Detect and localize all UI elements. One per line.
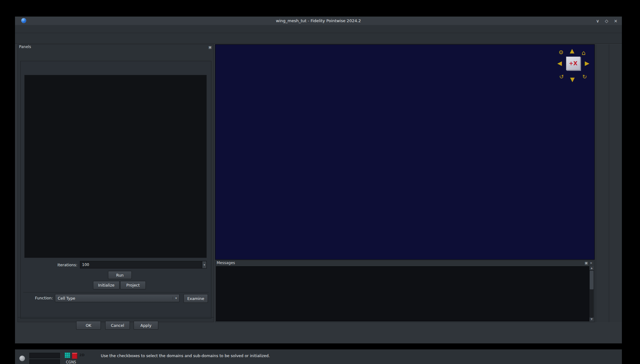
- status-hint: Use the checkboxes to select the domains…: [101, 353, 270, 358]
- view-toolbar: [609, 44, 622, 322]
- cancel-button[interactable]: Cancel: [105, 321, 130, 330]
- messages-title: Messages: [217, 261, 235, 265]
- run-button[interactable]: Run: [108, 271, 132, 279]
- view-gizmo[interactable]: ⚙ ▲ ⌂ ◀ +X ▶ ↺ ▼ ↻: [557, 47, 592, 85]
- selection-toolbar: [596, 44, 608, 322]
- minimize-button[interactable]: ∨: [596, 19, 599, 23]
- solve-subtab-bar: [26, 63, 206, 73]
- gizmo-rotate-cw-icon[interactable]: ↻: [582, 73, 587, 80]
- solve-panel: Iterations: 100 ▾ Run Initialize Project…: [20, 61, 211, 319]
- messages-panel: Messages ▣ × ▲ ▼: [215, 260, 595, 322]
- divider: [18, 317, 214, 317]
- project-button[interactable]: Project: [120, 281, 146, 289]
- status-led-icon: [19, 356, 25, 361]
- apply-button[interactable]: Apply: [134, 321, 158, 330]
- main-toolbar: [15, 33, 622, 44]
- progress-bar-top: [29, 353, 60, 358]
- gizmo-home-icon[interactable]: ⌂: [582, 49, 586, 57]
- divider: [23, 292, 209, 293]
- panels-title: Panels: [19, 45, 31, 49]
- gizmo-up-icon[interactable]: ▲: [570, 47, 574, 54]
- messages-float-icon[interactable]: ▣: [584, 261, 588, 265]
- initialize-button[interactable]: Initialize: [93, 281, 120, 289]
- gizmo-rotate-ccw-icon[interactable]: ↺: [559, 73, 564, 80]
- function-label: Function:: [35, 296, 53, 300]
- progress-bar-bottom: [29, 359, 60, 364]
- scrollbar-thumb[interactable]: [590, 271, 593, 289]
- cae-format-label: CGNS: [66, 360, 76, 364]
- dropdown-arrow-icon: ▾: [173, 297, 179, 300]
- menu-bar: [15, 25, 622, 33]
- solid-mode-icon[interactable]: [72, 353, 77, 359]
- solve-table[interactable]: [24, 75, 207, 258]
- close-button[interactable]: ×: [614, 19, 618, 23]
- window-controls: ∨◇×: [596, 17, 618, 25]
- messages-scrollbar[interactable]: ▲ ▼: [589, 266, 594, 321]
- gizmo-right-icon[interactable]: ▶: [585, 60, 589, 66]
- examine-button[interactable]: Examine: [184, 294, 208, 303]
- iterations-spinner-icon[interactable]: ▾: [202, 261, 206, 268]
- gizmo-gear-icon[interactable]: ⚙: [559, 49, 564, 56]
- status-bar: 2D CGNS Use the checkboxes to select the…: [15, 349, 622, 364]
- scroll-up-icon[interactable]: ▲: [589, 266, 594, 270]
- window-title: wing_mesh_tut - Fidelity Pointwise 2024.…: [15, 17, 622, 25]
- function-value: Cell Type: [55, 296, 173, 301]
- title-bar: wing_mesh_tut - Fidelity Pointwise 2024.…: [15, 17, 622, 25]
- messages-header: Messages ▣ ×: [215, 261, 594, 266]
- gizmo-cube[interactable]: +X: [566, 57, 580, 70]
- function-dropdown[interactable]: Cell Type ▾: [55, 294, 180, 302]
- gizmo-down-icon[interactable]: ▼: [570, 76, 575, 83]
- messages-list[interactable]: [216, 266, 590, 321]
- gizmo-cube-label: +X: [569, 60, 577, 66]
- iterations-input[interactable]: 100 ▾: [80, 261, 207, 268]
- iterations-value: 100: [80, 263, 202, 267]
- iterations-row: Iterations: 100 ▾: [57, 261, 207, 268]
- panel-tab-bar: [22, 51, 209, 60]
- main-content: Panels ▣ Iterations: 100 ▾ Run Initializ…: [15, 44, 622, 322]
- function-row: Function: Cell Type ▾ Examine: [21, 294, 212, 302]
- mesh-canvas: [215, 45, 595, 260]
- panels-dock: Panels ▣ Iterations: 100 ▾ Run Initializ…: [17, 44, 214, 322]
- grid-mode-icon[interactable]: [65, 352, 70, 358]
- mesh-viewport[interactable]: ⚙ ▲ ⌂ ◀ +X ▶ ↺ ▼ ↻: [215, 44, 595, 260]
- scroll-down-icon[interactable]: ▼: [589, 317, 594, 321]
- app-window: wing_mesh_tut - Fidelity Pointwise 2024.…: [15, 17, 622, 343]
- messages-close-icon[interactable]: ×: [590, 261, 593, 265]
- panels-header: Panels ▣: [18, 45, 214, 50]
- ok-button[interactable]: OK: [76, 321, 101, 330]
- maximize-button[interactable]: ◇: [605, 19, 608, 23]
- float-panel-icon[interactable]: ▣: [209, 45, 212, 49]
- gizmo-left-icon[interactable]: ◀: [557, 60, 562, 66]
- dimension-mode-label: 2D: [79, 353, 85, 357]
- iterations-label: Iterations:: [57, 263, 77, 267]
